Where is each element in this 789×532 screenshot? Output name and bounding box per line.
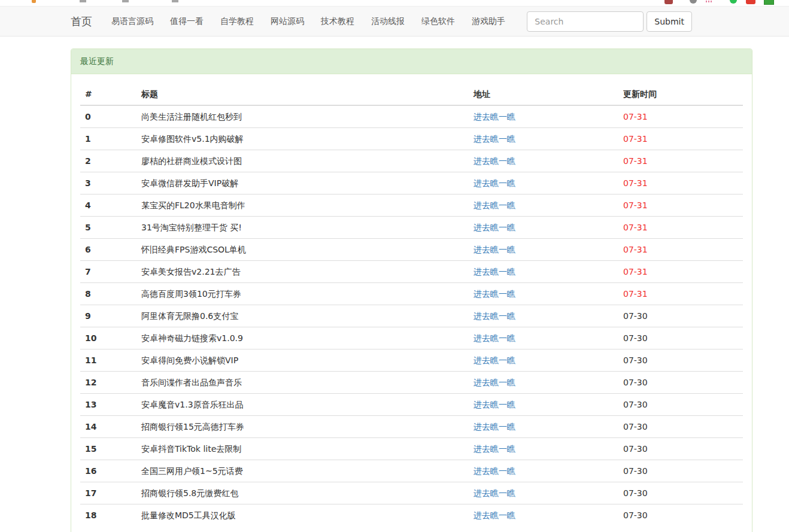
row-link-cell: 进去瞧一瞧 bbox=[469, 460, 618, 482]
row-title: 音乐间谍作者出品鱼声音乐 bbox=[136, 372, 469, 394]
row-date: 07-30 bbox=[618, 438, 743, 460]
row-title: 某宝买的FL20水果电音制作 bbox=[136, 194, 469, 217]
row-index: 8 bbox=[80, 283, 136, 305]
row-index: 13 bbox=[80, 394, 136, 416]
nav-link-4[interactable]: 技术教程 bbox=[312, 16, 363, 27]
visit-link[interactable]: 进去瞧一瞧 bbox=[474, 333, 515, 343]
nav-link-2[interactable]: 自学教程 bbox=[212, 16, 262, 27]
row-title: 廖桔的社群商业模式设计图 bbox=[136, 150, 469, 172]
search-input[interactable] bbox=[527, 11, 644, 32]
table-row: 2廖桔的社群商业模式设计图进去瞧一瞧07-31 bbox=[80, 150, 743, 172]
row-date: 07-30 bbox=[618, 504, 743, 527]
row-date: 07-31 bbox=[618, 105, 743, 128]
visit-link[interactable]: 进去瞧一瞧 bbox=[474, 267, 515, 276]
nav-link-0[interactable]: 易语言源码 bbox=[103, 16, 162, 27]
visit-link[interactable]: 进去瞧一瞧 bbox=[474, 311, 515, 321]
visit-link[interactable]: 进去瞧一瞧 bbox=[474, 134, 515, 144]
row-date: 07-31 bbox=[618, 150, 743, 172]
visit-link[interactable]: 进去瞧一瞧 bbox=[474, 355, 515, 365]
row-link-cell: 进去瞧一瞧 bbox=[469, 217, 618, 239]
nav-item: 绿色软件 bbox=[413, 16, 463, 27]
bookmark-text-fragment bbox=[80, 0, 86, 2]
nav-item: 值得一看 bbox=[162, 16, 212, 27]
browser-chrome-strip bbox=[0, 0, 789, 6]
nav-link-5[interactable]: 活动线报 bbox=[363, 16, 413, 27]
row-title: 安卓魔音v1.3原音乐狂出品 bbox=[136, 394, 469, 416]
table-row: 13安卓魔音v1.3原音乐狂出品进去瞧一瞧07-30 bbox=[80, 394, 743, 416]
browser-extension-icon[interactable] bbox=[730, 0, 737, 4]
visit-link[interactable]: 进去瞧一瞧 bbox=[474, 245, 515, 254]
browser-extension-icon[interactable] bbox=[764, 0, 774, 5]
row-link-cell: 进去瞧一瞧 bbox=[469, 239, 618, 261]
table-row: 12音乐间谍作者出品鱼声音乐进去瞧一瞧07-30 bbox=[80, 372, 743, 394]
browser-extension-icon[interactable] bbox=[664, 0, 673, 4]
visit-link[interactable]: 进去瞧一瞧 bbox=[474, 378, 515, 387]
row-date: 07-31 bbox=[618, 283, 743, 305]
table-row: 16全国三网用户领1~5元话费进去瞧一瞧07-30 bbox=[80, 460, 743, 482]
table-row: 3安卓微信群发助手VIP破解进去瞧一瞧07-31 bbox=[80, 172, 743, 194]
row-index: 11 bbox=[80, 349, 136, 372]
browser-extension-dots-icon[interactable] bbox=[706, 1, 707, 2]
row-index: 15 bbox=[80, 438, 136, 460]
panel-body: # 标题 地址 更新时间 0尚美生活注册随机红包秒到进去瞧一瞧07-311安卓修… bbox=[71, 74, 752, 532]
visit-link[interactable]: 进去瞧一瞧 bbox=[474, 444, 515, 454]
row-date: 07-30 bbox=[618, 327, 743, 349]
row-title: 安卓微信群发助手VIP破解 bbox=[136, 172, 469, 194]
table-row: 11安卓得间免费小说解锁VIP进去瞧一瞧07-30 bbox=[80, 349, 743, 372]
visit-link[interactable]: 进去瞧一瞧 bbox=[474, 510, 515, 520]
row-link-cell: 进去瞧一瞧 bbox=[469, 150, 618, 172]
visit-link[interactable]: 进去瞧一瞧 bbox=[474, 178, 515, 188]
table-row: 8高德百度周3领10元打车券进去瞧一瞧07-31 bbox=[80, 283, 743, 305]
row-title: 招商银行领15元高德打车券 bbox=[136, 416, 469, 438]
visit-link[interactable]: 进去瞧一瞧 bbox=[474, 223, 515, 232]
row-date: 07-30 bbox=[618, 394, 743, 416]
row-date: 07-30 bbox=[618, 349, 743, 372]
row-date: 07-31 bbox=[618, 194, 743, 217]
visit-link[interactable]: 进去瞧一瞧 bbox=[474, 289, 515, 299]
bookmark-text-fragment bbox=[122, 0, 129, 2]
bookmark-favicon-fragment bbox=[32, 0, 36, 3]
browser-extension-icon[interactable] bbox=[746, 0, 755, 4]
visit-link[interactable]: 进去瞧一瞧 bbox=[474, 400, 515, 409]
row-index: 9 bbox=[80, 305, 136, 327]
visit-link[interactable]: 进去瞧一瞧 bbox=[474, 200, 515, 210]
row-link-cell: 进去瞧一瞧 bbox=[469, 504, 618, 527]
table-header-row: # 标题 地址 更新时间 bbox=[80, 83, 743, 105]
row-link-cell: 进去瞧一瞧 bbox=[469, 482, 618, 504]
row-index: 17 bbox=[80, 482, 136, 504]
visit-link[interactable]: 进去瞧一瞧 bbox=[474, 112, 515, 121]
row-date: 07-31 bbox=[618, 217, 743, 239]
row-link-cell: 进去瞧一瞧 bbox=[469, 194, 618, 217]
row-date: 07-31 bbox=[618, 128, 743, 150]
nav-menu: 易语言源码值得一看自学教程网站源码技术教程活动线报绿色软件游戏助手 bbox=[103, 16, 514, 27]
nav-link-3[interactable]: 网站源码 bbox=[262, 16, 312, 27]
row-index: 16 bbox=[80, 460, 136, 482]
row-title: 安卓修图软件v5.1内购破解 bbox=[136, 128, 469, 150]
nav-link-7[interactable]: 游戏助手 bbox=[463, 16, 514, 27]
row-link-cell: 进去瞧一瞧 bbox=[469, 416, 618, 438]
search-submit-button[interactable]: Submit bbox=[647, 11, 692, 32]
visit-link[interactable]: 进去瞧一瞧 bbox=[474, 466, 515, 476]
row-link-cell: 进去瞧一瞧 bbox=[469, 172, 618, 194]
row-index: 18 bbox=[80, 504, 136, 527]
table-row: 531号淘宝特别整理干货 买!进去瞧一瞧07-31 bbox=[80, 217, 743, 239]
row-index: 5 bbox=[80, 217, 136, 239]
row-title: 安卓抖音TikTok lite去限制 bbox=[136, 438, 469, 460]
recent-updates-panel: 最近更新 # 标题 地址 更新时间 0尚美生活注册随机红包秒到进去瞧一瞧07-3… bbox=[71, 48, 752, 532]
row-date: 07-30 bbox=[618, 305, 743, 327]
table-row: 1安卓修图软件v5.1内购破解进去瞧一瞧07-31 bbox=[80, 128, 743, 150]
nav-link-1[interactable]: 值得一看 bbox=[162, 16, 212, 27]
visit-link[interactable]: 进去瞧一瞧 bbox=[474, 156, 515, 166]
visit-link[interactable]: 进去瞧一瞧 bbox=[474, 488, 515, 498]
row-title: 怀旧经典FPS游戏CSOL单机 bbox=[136, 239, 469, 261]
browser-extension-icon[interactable] bbox=[690, 0, 697, 4]
nav-link-6[interactable]: 绿色软件 bbox=[413, 16, 463, 27]
row-index: 4 bbox=[80, 194, 136, 217]
row-title: 31号淘宝特别整理干货 买! bbox=[136, 217, 469, 239]
row-link-cell: 进去瞧一瞧 bbox=[469, 128, 618, 150]
row-title: 安卓美女报告v2.21去广告 bbox=[136, 261, 469, 283]
nav-home-link[interactable]: 首页 bbox=[71, 14, 92, 29]
visit-link[interactable]: 进去瞧一瞧 bbox=[474, 422, 515, 431]
row-index: 1 bbox=[80, 128, 136, 150]
row-index: 2 bbox=[80, 150, 136, 172]
